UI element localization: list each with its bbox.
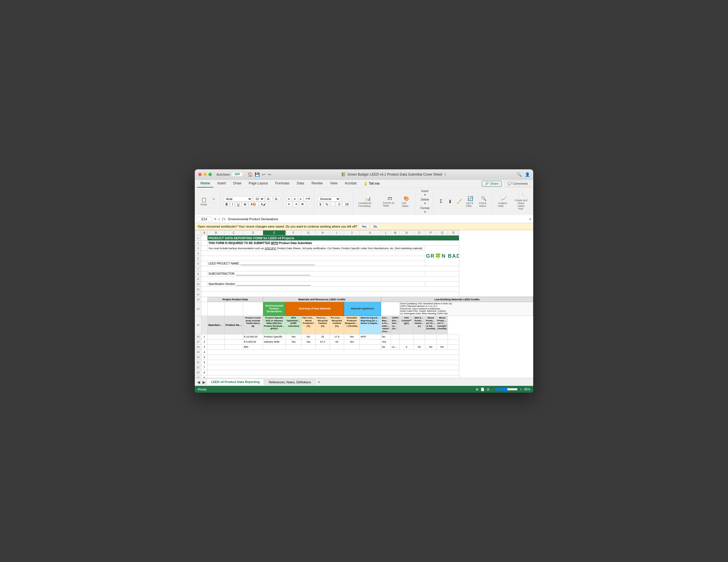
cut-button[interactable]: ✂: [210, 197, 218, 201]
align-center-button[interactable]: ≡: [292, 196, 297, 201]
col-header-p[interactable]: P: [425, 231, 437, 236]
col-header-d[interactable]: D: [243, 231, 263, 236]
sheet-add-button[interactable]: +: [316, 379, 322, 385]
italic-button[interactable]: I: [230, 202, 235, 207]
wrap-text-button[interactable]: ↵A: [304, 196, 312, 201]
format-button[interactable]: Format ▾: [419, 206, 431, 214]
cell-f18[interactable]: [286, 344, 301, 349]
cell-c17[interactable]: [225, 339, 243, 344]
sum-button[interactable]: Σ: [437, 198, 445, 205]
home-icon[interactable]: 🏠: [248, 172, 253, 177]
search-icon[interactable]: 🔍: [517, 172, 522, 177]
close-button[interactable]: [198, 173, 202, 176]
conditional-formatting-button[interactable]: 📊 Conditional Formatting: [357, 195, 380, 208]
find-select-button[interactable]: 🔍 Find & Select: [477, 195, 491, 208]
tab-acrobat[interactable]: Acrobat: [341, 180, 360, 188]
indent-decrease-button[interactable]: ⇤: [286, 202, 292, 207]
cell-b2[interactable]: THIS FORM IS REQUIRED TO BE SUBMITTED WI…: [208, 241, 459, 246]
col-header-f[interactable]: F: [286, 231, 301, 236]
tab-review[interactable]: Review: [308, 180, 326, 188]
zoom-out-icon[interactable]: -: [492, 387, 493, 391]
cell-h18[interactable]: [316, 344, 330, 349]
cell-a2[interactable]: [201, 241, 208, 246]
cell-i17[interactable]: 50: [330, 339, 344, 344]
share-button[interactable]: 🔗Share: [482, 181, 501, 187]
redo-icon[interactable]: ↪: [268, 172, 271, 177]
cell-m16[interactable]: [391, 334, 400, 339]
cell-d18[interactable]: $50: [243, 344, 263, 349]
cell-e17[interactable]: Industry Wide: [263, 339, 286, 344]
cell-a1[interactable]: [201, 236, 208, 241]
bold-button[interactable]: B: [224, 202, 229, 207]
sheet-nav-left[interactable]: ◀: [196, 380, 201, 384]
border-button[interactable]: ⊞: [242, 202, 248, 207]
indent-increase-button[interactable]: ⇥: [293, 202, 299, 207]
sheet-area[interactable]: A B C D E F G H I J K L M N O: [195, 230, 533, 378]
cell-i16[interactable]: 17.6: [330, 334, 344, 339]
cell-n16[interactable]: [400, 334, 414, 339]
cell-a3[interactable]: [201, 246, 208, 251]
confirm-formula-icon[interactable]: ✓: [218, 217, 221, 221]
cell-h16[interactable]: 33: [316, 334, 330, 339]
cell-a10[interactable]: [201, 281, 208, 287]
account-icon[interactable]: 👤: [525, 172, 530, 177]
cell-a5[interactable]: [201, 256, 425, 261]
sheet-tab-references[interactable]: References, Notes, Definitions: [264, 379, 315, 385]
cell-o17[interactable]: [414, 339, 425, 344]
cell-j17[interactable]: Yes: [344, 339, 360, 344]
underline-button[interactable]: U: [235, 202, 241, 207]
col-header-a[interactable]: A: [201, 231, 208, 236]
paste-button[interactable]: 📋 Paste: [199, 197, 209, 207]
cell-m18[interactable]: v1.2.2017: [391, 344, 400, 349]
cell-j16[interactable]: Yes: [344, 334, 360, 339]
cell-a8[interactable]: [201, 272, 208, 277]
cell-r17[interactable]: [448, 339, 459, 344]
cell-a9[interactable]: [201, 277, 459, 281]
cell-k18[interactable]: [360, 344, 381, 349]
cell-b6[interactable]: LEED PROJECT NAME: _____________________…: [208, 261, 425, 266]
cell-p18[interactable]: No: [425, 344, 437, 349]
col-header-q[interactable]: Q: [437, 231, 448, 236]
cell-o16[interactable]: [414, 334, 425, 339]
font-size-select[interactable]: 10: [253, 196, 264, 202]
clear-button[interactable]: 🧹: [455, 198, 463, 205]
cell-e16[interactable]: Product Specific: [263, 334, 286, 339]
data-row-num-1[interactable]: 1: [201, 334, 208, 339]
cell-b8[interactable]: SUBCONTRACTOR: _________________________…: [208, 272, 425, 277]
sheet-tab-leed[interactable]: LEED v4 Product Data Reporting: [207, 379, 264, 385]
font-family-select[interactable]: Arial: [224, 196, 252, 202]
cell-f17[interactable]: Yes: [286, 339, 301, 344]
cell-d17[interactable]: $ 5,000.00: [243, 339, 263, 344]
cell-b3[interactable]: You must include backup documentation su…: [208, 246, 425, 251]
cell-h17[interactable]: 67.2: [316, 339, 330, 344]
cell-n17[interactable]: [400, 339, 414, 344]
cell-reference-input[interactable]: [197, 217, 212, 221]
insert-button[interactable]: Insert ▾: [419, 189, 431, 197]
fill-color-button[interactable]: A🎨: [249, 202, 258, 207]
normal-view-icon[interactable]: ⊞: [476, 387, 478, 391]
cell-g17[interactable]: Yes: [301, 339, 316, 344]
decimal-increase-button[interactable]: .0: [336, 202, 342, 207]
sort-filter-button[interactable]: 🔃 Sort & Filter: [464, 195, 476, 208]
page-layout-icon[interactable]: 📄: [481, 387, 485, 391]
format-as-table-button[interactable]: 🗃 Format as Table: [381, 195, 399, 208]
cancel-formula-icon[interactable]: ✕: [214, 217, 217, 221]
number-format-select[interactable]: General: [318, 196, 340, 202]
cell-k16[interactable]: HPD: [360, 334, 381, 339]
data-row-num-2[interactable]: 2: [201, 339, 208, 344]
undo-icon[interactable]: ↩: [262, 172, 265, 177]
maximize-button[interactable]: [208, 173, 212, 176]
cell-k17[interactable]: [360, 339, 381, 344]
tab-data[interactable]: Data: [293, 180, 307, 188]
zoom-slider[interactable]: [495, 387, 518, 391]
fill-button[interactable]: ⬇: [446, 198, 454, 205]
cell-g18[interactable]: [301, 344, 316, 349]
cell-l16[interactable]: No: [381, 334, 391, 339]
cell-b1[interactable]: PRODUCT DATA REPORTING FORM for LEED v4 …: [208, 236, 459, 241]
cell-styles-button[interactable]: 🎨 Cell Styles: [400, 195, 413, 208]
tab-insert[interactable]: Insert: [214, 180, 229, 188]
cell-b16[interactable]: [208, 334, 225, 339]
col-header-o[interactable]: O: [414, 231, 425, 236]
currency-button[interactable]: $: [318, 202, 323, 207]
notification-yes-button[interactable]: Yes: [359, 224, 369, 229]
